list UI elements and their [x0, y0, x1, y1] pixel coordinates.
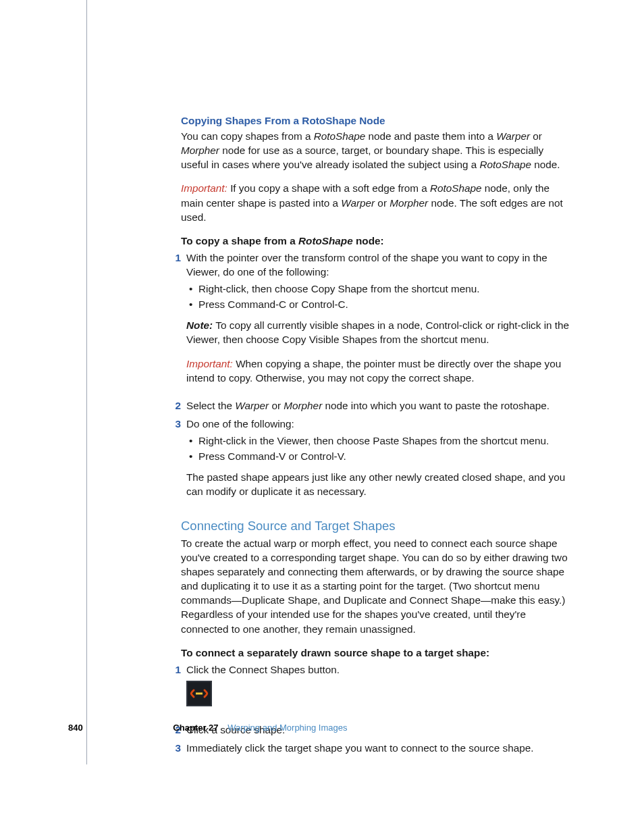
- note: Note: To copy all currently visible shap…: [186, 318, 571, 346]
- important-label: Important:: [181, 182, 230, 194]
- step-number: 2: [169, 398, 186, 413]
- important-label: Important:: [186, 358, 236, 369]
- step-text: Select the Warper or Morpher node into w…: [186, 398, 571, 413]
- margin-rule: [86, 0, 87, 764]
- step-1: 1 Click the Connect Shapes button.: [181, 662, 571, 719]
- step-number: 1: [169, 662, 186, 719]
- heading-copying-shapes: Copying Shapes From a RotoShape Node: [181, 113, 571, 128]
- important-note: Important: If you copy a shape with a so…: [181, 181, 571, 224]
- chapter-title: Warping and Morphing Images: [227, 723, 347, 733]
- page-footer: 840 Chapter 27 Warping and Morphing Imag…: [68, 723, 581, 733]
- procedure-steps: 1 With the pointer over the transform co…: [181, 251, 571, 509]
- sub-bullets: Right-click in the Viewer, then choose P…: [186, 434, 571, 463]
- step-number: 3: [169, 741, 186, 755]
- connect-shapes-icon: [186, 681, 571, 706]
- step-1: 1 With the pointer over the transform co…: [181, 251, 571, 394]
- paragraph: The pasted shape appears just like any o…: [186, 470, 571, 498]
- procedure-heading: To connect a separately drawn source sha…: [181, 646, 571, 660]
- bullet-item: Press Command-V or Control-V.: [198, 449, 571, 463]
- note-label: Note:: [186, 319, 215, 331]
- bullet-item: Right-click, then choose Copy Shape from…: [198, 282, 571, 296]
- step-number: 1: [169, 251, 186, 394]
- important-note: Important: When copying a shape, the poi…: [186, 357, 571, 385]
- page: Copying Shapes From a RotoShape Node You…: [0, 0, 644, 834]
- step-2: 2 Select the Warper or Morpher node into…: [181, 398, 571, 413]
- step-number: 3: [169, 417, 186, 509]
- heading-connecting-shapes: Connecting Source and Target Shapes: [181, 517, 571, 535]
- page-number: 840: [68, 723, 83, 733]
- procedure-heading: To copy a shape from a RotoShape node:: [181, 234, 571, 248]
- step-3: 3 Do one of the following: Right-click i…: [181, 417, 571, 509]
- paragraph: You can copy shapes from a RotoShape nod…: [181, 129, 571, 172]
- svg-rect-2: [196, 692, 203, 694]
- chapter-label: Chapter 27: [173, 723, 218, 733]
- step-text: Click the Connect Shapes button.: [186, 664, 340, 675]
- step-text: With the pointer over the transform cont…: [186, 252, 547, 278]
- step-3: 3 Immediately click the target shape you…: [181, 741, 571, 755]
- sub-bullets: Right-click, then choose Copy Shape from…: [186, 282, 571, 311]
- bullet-item: Right-click in the Viewer, then choose P…: [198, 434, 571, 448]
- paragraph: To create the actual warp or morph effec…: [181, 536, 571, 636]
- bullet-item: Press Command-C or Control-C.: [198, 297, 571, 311]
- body-text: Copying Shapes From a RotoShape Node You…: [181, 113, 571, 764]
- step-text: Do one of the following:: [186, 418, 294, 429]
- procedure-steps: 1 Click the Connect Shapes button.: [181, 662, 571, 755]
- step-text: Immediately click the target shape you w…: [186, 741, 571, 755]
